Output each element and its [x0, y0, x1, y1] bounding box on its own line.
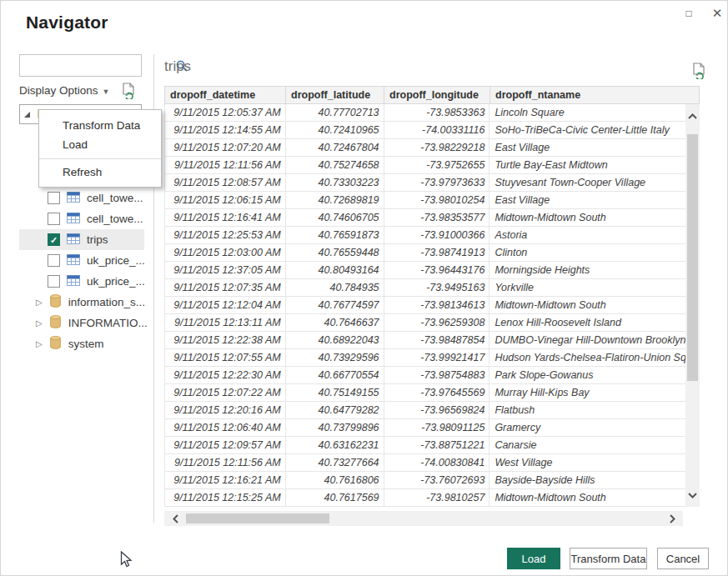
table-row[interactable]: 9/11/2015 12:16:21 AM 40.7616806 -73.760… — [165, 472, 685, 489]
cell-dropoff-datetime: 9/11/2015 12:08:57 AM — [165, 174, 286, 191]
cell-dropoff-longitude: -73.9495163 — [384, 279, 490, 296]
cell-dropoff-latitude: 40.73799896 — [286, 419, 384, 436]
display-options-label: Display Options — [19, 84, 98, 97]
refresh-preview-icon[interactable] — [122, 83, 137, 103]
chevron-right-icon[interactable]: ▷ — [36, 298, 43, 307]
table-checkbox[interactable] — [48, 192, 60, 204]
cell-dropoff-latitude: 40.73303223 — [286, 174, 384, 191]
tree-item-table[interactable]: uk_price_... — [19, 271, 144, 292]
load-button[interactable]: Load — [507, 548, 560, 569]
cell-dropoff-ntaname: Canarsie — [490, 437, 685, 453]
table-checkbox[interactable] — [48, 254, 60, 267]
table-row[interactable]: 9/11/2015 12:11:56 AM 40.75274658 -73.97… — [165, 157, 685, 174]
table-checkbox[interactable]: ✓ — [48, 233, 60, 246]
table-row[interactable]: 9/11/2015 12:07:20 AM 40.72467804 -73.98… — [165, 139, 685, 157]
cell-dropoff-latitude: 40.76774597 — [286, 297, 384, 313]
column-header[interactable]: dropoff_latitude — [286, 87, 384, 103]
table-row[interactable]: 9/11/2015 12:07:35 AM 40.784935 -73.9495… — [165, 279, 685, 297]
search-input[interactable] — [20, 55, 176, 76]
cell-dropoff-datetime: 9/11/2015 12:22:38 AM — [165, 332, 286, 348]
table-row[interactable]: 9/11/2015 12:06:40 AM 40.73799896 -73.98… — [165, 419, 685, 437]
tree-item-database[interactable]: ▷ system — [19, 333, 144, 354]
expanded-triangle-icon — [24, 112, 30, 118]
tree-item-table[interactable]: uk_price_... — [19, 250, 144, 271]
table-row[interactable]: 9/11/2015 12:15:25 AM 40.7617569 -73.981… — [165, 489, 685, 507]
table-row[interactable]: 9/11/2015 12:20:16 AM 40.64779282 -73.96… — [165, 402, 685, 419]
cell-dropoff-ntaname: Midtown-Midtown South — [490, 489, 685, 506]
table-icon — [67, 233, 80, 247]
chevron-right-icon[interactable]: ▷ — [36, 339, 43, 348]
table-checkbox[interactable] — [48, 275, 60, 288]
search-box — [19, 54, 142, 77]
table-row[interactable]: 9/11/2015 12:05:37 AM 40.77702713 -73.98… — [165, 104, 685, 122]
cell-dropoff-ntaname: Astoria — [490, 227, 685, 243]
cell-dropoff-longitude: -73.96569824 — [384, 402, 490, 418]
scroll-right-icon[interactable] — [665, 511, 680, 526]
context-menu-item[interactable]: Refresh — [39, 163, 161, 182]
scroll-down-icon[interactable] — [685, 488, 700, 502]
table-row[interactable]: 9/11/2015 12:37:05 AM 40.80493164 -73.96… — [165, 262, 685, 279]
table-row[interactable]: 9/11/2015 12:22:38 AM 40.68922043 -73.98… — [165, 332, 685, 349]
cancel-button[interactable]: Cancel — [657, 548, 709, 569]
cell-dropoff-latitude: 40.73277664 — [286, 454, 384, 471]
cell-dropoff-latitude: 40.80493164 — [286, 262, 384, 278]
table-row[interactable]: 9/11/2015 12:03:00 AM 40.76559448 -73.98… — [165, 244, 685, 262]
refresh-preview-icon[interactable] — [692, 63, 707, 83]
column-header[interactable]: dropoff_ntaname — [490, 87, 686, 103]
vertical-scroll-thumb[interactable] — [687, 134, 698, 381]
cell-dropoff-longitude: -73.76072693 — [384, 472, 490, 488]
tree-item-database[interactable]: ▷ information_s... — [19, 292, 144, 313]
column-header[interactable]: dropoff_longitude — [384, 87, 490, 103]
tree-item-table[interactable]: ✓ trips — [19, 229, 144, 250]
cell-dropoff-ntaname: Midtown-Midtown South — [490, 297, 685, 313]
table-icon — [67, 275, 80, 288]
cell-dropoff-longitude: -73.97973633 — [384, 174, 490, 191]
table-row[interactable]: 9/11/2015 12:11:56 AM 40.73277664 -74.00… — [165, 454, 685, 472]
table-row[interactable]: 9/11/2015 12:13:11 AM 40.7646637 -73.962… — [165, 314, 685, 332]
table-row[interactable]: 9/11/2015 12:07:22 AM 40.75149155 -73.97… — [165, 384, 685, 402]
cell-dropoff-datetime: 9/11/2015 12:09:57 AM — [165, 437, 286, 453]
cell-dropoff-latitude: 40.73929596 — [286, 349, 384, 366]
table-row[interactable]: 9/11/2015 12:25:53 AM 40.76591873 -73.91… — [165, 227, 685, 244]
table-row[interactable]: 9/11/2015 12:06:15 AM 40.72689819 -73.98… — [165, 192, 685, 209]
column-header[interactable]: dropoff_datetime — [165, 87, 286, 103]
cell-dropoff-latitude: 40.7646637 — [286, 314, 384, 331]
cell-dropoff-datetime: 9/11/2015 12:05:37 AM — [165, 104, 286, 121]
transform-data-button[interactable]: Transform Data — [570, 548, 647, 569]
context-menu-item[interactable]: Transform Data — [39, 116, 161, 135]
table-icon — [67, 254, 80, 268]
table-row[interactable]: 9/11/2015 12:07:55 AM 40.73929596 -73.99… — [165, 349, 685, 367]
table-row[interactable]: 9/11/2015 12:14:55 AM 40.72410965 -74.00… — [165, 122, 685, 139]
tree-database-list: ▷ information_s... ▷ INFORMATIO... ▷ sys… — [19, 292, 144, 354]
table-row[interactable]: 9/11/2015 12:22:30 AM 40.66770554 -73.98… — [165, 367, 685, 384]
cell-dropoff-datetime: 9/11/2015 12:13:11 AM — [165, 314, 286, 331]
cell-dropoff-longitude: -73.98091125 — [384, 419, 490, 436]
cell-dropoff-longitude: -73.88751221 — [384, 437, 490, 453]
cell-dropoff-latitude: 40.784935 — [286, 279, 384, 296]
table-row[interactable]: 9/11/2015 12:12:04 AM 40.76774597 -73.98… — [165, 297, 685, 314]
table-row[interactable]: 9/11/2015 12:09:57 AM 40.63162231 -73.88… — [165, 437, 685, 454]
vertical-scrollbar[interactable] — [685, 104, 700, 507]
table-row[interactable]: 9/11/2015 12:16:41 AM 40.74606705 -73.98… — [165, 209, 685, 227]
close-icon[interactable]: ✕ — [706, 4, 728, 23]
cell-dropoff-ntaname: East Village — [490, 139, 685, 156]
table-checkbox[interactable] — [48, 213, 60, 225]
cell-dropoff-latitude: 40.72689819 — [286, 192, 384, 208]
maximize-icon[interactable]: □ — [678, 4, 700, 23]
tree-item-database[interactable]: ▷ INFORMATIO... — [19, 313, 144, 333]
tree-item-label: uk_price_... — [87, 254, 145, 267]
tree-item-table[interactable]: cell_towe... — [19, 188, 144, 208]
scroll-up-icon[interactable] — [685, 109, 700, 123]
horizontal-scroll-thumb[interactable] — [186, 513, 329, 523]
chevron-right-icon[interactable]: ▷ — [36, 318, 43, 328]
cell-dropoff-ntaname: Stuyvesant Town-Cooper Village — [490, 174, 685, 191]
cell-dropoff-longitude: -73.98134613 — [384, 297, 490, 313]
table-row[interactable]: 9/11/2015 12:08:57 AM 40.73303223 -73.97… — [165, 174, 685, 192]
scroll-left-icon[interactable] — [168, 511, 183, 526]
display-options-dropdown[interactable]: Display Options ▼ — [19, 84, 109, 97]
cell-dropoff-latitude: 40.74606705 — [286, 209, 384, 226]
horizontal-scrollbar[interactable] — [164, 511, 683, 526]
tree-item-table[interactable]: cell_towe... — [19, 208, 144, 229]
cell-dropoff-ntaname: Lenox Hill-Roosevelt Island — [490, 314, 685, 331]
context-menu-item[interactable]: Load — [39, 135, 161, 154]
